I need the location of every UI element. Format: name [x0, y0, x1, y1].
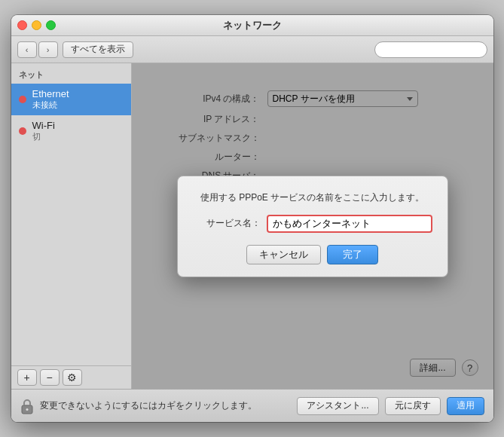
wifi-status: 切 [32, 131, 55, 142]
close-button[interactable] [17, 20, 27, 30]
sidebar-actions: + − ⚙ [11, 365, 131, 389]
pppoe-modal: 使用する PPPoE サービスの名前をここに入力します。 サービス名： キャンセ… [177, 176, 448, 277]
network-window: ネットワーク ‹ › すべてを表示 ネット Ethernet 未接続 [11, 15, 493, 422]
traffic-lights [17, 20, 56, 30]
service-label: サービス名： [193, 217, 261, 230]
main-content: ネット Ethernet 未接続 Wi-Fi 切 + − ⚙ [11, 63, 493, 389]
sidebar-item-wifi[interactable]: Wi-Fi 切 [11, 115, 131, 147]
ethernet-info: Ethernet 未接続 [32, 88, 69, 111]
ethernet-status: 未接続 [32, 99, 69, 111]
maximize-button[interactable] [46, 20, 56, 30]
back-button[interactable]: ‹ [17, 41, 37, 58]
modal-form-row: サービス名： [193, 215, 432, 233]
assistant-button[interactable]: アシスタント... [297, 397, 378, 415]
titlebar: ネットワーク [11, 15, 493, 36]
modal-buttons: キャンセル 完了 [193, 245, 432, 264]
nav-buttons: ‹ › [17, 41, 58, 58]
revert-button[interactable]: 元に戻す [385, 397, 441, 415]
modal-cancel-button[interactable]: キャンセル [246, 245, 321, 264]
sidebar-item-ethernet[interactable]: Ethernet 未接続 [11, 84, 131, 115]
remove-service-button[interactable]: − [40, 369, 60, 386]
forward-button[interactable]: › [38, 41, 58, 58]
sidebar: ネット Ethernet 未接続 Wi-Fi 切 + − ⚙ [11, 63, 132, 389]
bottom-bar: 変更できないようにするにはカギをクリックします。 アシスタント... 元に戻す … [11, 389, 493, 422]
minimize-button[interactable] [32, 20, 41, 30]
wifi-name: Wi-Fi [32, 120, 55, 131]
sidebar-header: ネット [11, 63, 131, 84]
modal-message: 使用する PPPoE サービスの名前をここに入力します。 [193, 191, 432, 204]
settings-button[interactable]: ⚙ [63, 369, 82, 386]
lock-icon[interactable] [20, 398, 34, 414]
search-input[interactable] [374, 41, 487, 58]
window-title: ネットワーク [223, 19, 282, 32]
add-service-button[interactable]: + [17, 369, 37, 386]
ethernet-name: Ethernet [32, 88, 69, 99]
show-all-button[interactable]: すべてを表示 [63, 41, 133, 58]
modal-ok-button[interactable]: 完了 [327, 245, 378, 264]
right-panel: IPv4 の構成： DHCP サーバを使用 IP アドレス： サブネットマスク：… [132, 63, 493, 389]
wifi-indicator [19, 127, 26, 135]
lock-label: 変更できないようにするにはカギをクリックします。 [40, 399, 292, 412]
service-name-input[interactable] [267, 215, 432, 233]
toolbar: ‹ › すべてを表示 [11, 36, 493, 63]
wifi-info: Wi-Fi 切 [32, 120, 55, 142]
modal-overlay: 使用する PPPoE サービスの名前をここに入力します。 サービス名： キャンセ… [132, 63, 493, 389]
svg-point-1 [26, 408, 28, 411]
apply-button[interactable]: 適用 [447, 397, 484, 415]
ethernet-indicator [19, 96, 26, 103]
